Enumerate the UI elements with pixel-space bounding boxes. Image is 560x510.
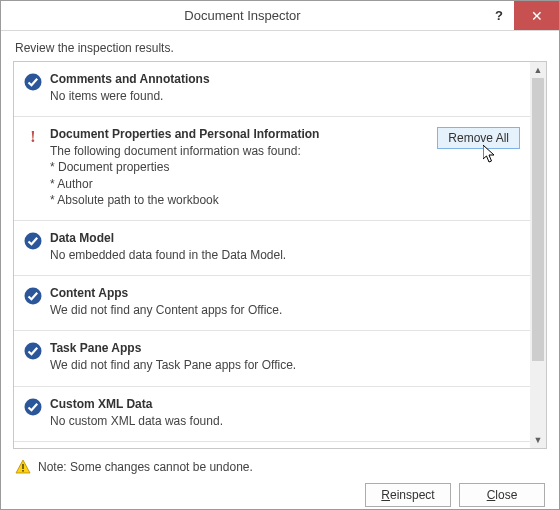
- note-text: Note: Some changes cannot be undone.: [38, 460, 253, 474]
- note-row: Note: Some changes cannot be undone.: [1, 449, 559, 483]
- result-line: * Document properties: [50, 159, 429, 175]
- results-list: Comments and AnnotationsNo items were fo…: [14, 62, 530, 448]
- result-item: Comments and AnnotationsNo items were fo…: [14, 62, 530, 117]
- result-line: We did not find any Content apps for Off…: [50, 302, 520, 318]
- result-title: Task Pane Apps: [50, 341, 520, 355]
- warning-icon: [15, 459, 31, 475]
- result-item: Data ModelNo embedded data found in the …: [14, 221, 530, 276]
- check-icon: [24, 232, 42, 250]
- result-line: * Author: [50, 176, 429, 192]
- alert-icon: !: [24, 128, 42, 146]
- close-button[interactable]: Close: [459, 483, 545, 507]
- result-line: The following document information was f…: [50, 143, 429, 159]
- results-panel: Comments and AnnotationsNo items were fo…: [13, 61, 547, 449]
- result-item: !Document Properties and Personal Inform…: [14, 117, 530, 221]
- scrollbar[interactable]: ▲ ▼: [530, 62, 546, 448]
- scroll-track[interactable]: [530, 78, 546, 432]
- result-item: Custom XML DataNo custom XML data was fo…: [14, 387, 530, 442]
- scroll-up-arrow-icon[interactable]: ▲: [530, 62, 546, 78]
- remove-all-button[interactable]: Remove All: [437, 127, 520, 149]
- check-icon: [24, 287, 42, 305]
- reinspect-button[interactable]: Reinspect: [365, 483, 451, 507]
- check-icon: [24, 398, 42, 416]
- result-item: Content AppsWe did not find any Content …: [14, 276, 530, 331]
- result-title: Comments and Annotations: [50, 72, 520, 86]
- scroll-down-arrow-icon[interactable]: ▼: [530, 432, 546, 448]
- result-title: Document Properties and Personal Informa…: [50, 127, 429, 141]
- svg-rect-8: [22, 464, 24, 469]
- window-close-button[interactable]: ✕: [514, 1, 559, 30]
- result-title: Data Model: [50, 231, 520, 245]
- result-line: No items were found.: [50, 88, 520, 104]
- help-button[interactable]: ?: [484, 1, 514, 30]
- scroll-thumb[interactable]: [532, 78, 544, 361]
- result-line: We did not find any Task Pane apps for O…: [50, 357, 520, 373]
- check-icon: [24, 342, 42, 360]
- subtitle: Review the inspection results.: [1, 31, 559, 61]
- titlebar: Document Inspector ? ✕: [1, 1, 559, 31]
- result-line: * Absolute path to the workbook: [50, 192, 429, 208]
- result-line: No custom XML data was found.: [50, 413, 520, 429]
- window-title: Document Inspector: [1, 1, 484, 30]
- result-line: No embedded data found in the Data Model…: [50, 247, 520, 263]
- result-item: Headers and FootersNo headers or footers…: [14, 442, 530, 448]
- result-title: Custom XML Data: [50, 397, 520, 411]
- result-title: Content Apps: [50, 286, 520, 300]
- check-icon: [24, 73, 42, 91]
- result-item: Task Pane AppsWe did not find any Task P…: [14, 331, 530, 386]
- footer: Reinspect Close: [1, 483, 559, 510]
- svg-rect-9: [22, 470, 24, 472]
